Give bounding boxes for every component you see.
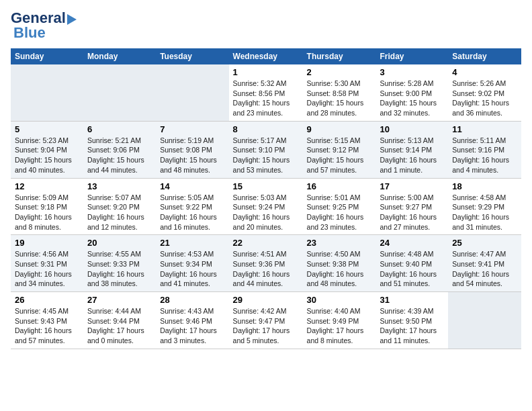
calendar-cell: 19Sunrise: 4:56 AM Sunset: 9:31 PM Dayli… [11, 235, 83, 292]
calendar-cell: 27Sunrise: 4:44 AM Sunset: 9:44 PM Dayli… [83, 292, 156, 349]
day-info: Sunrise: 5:03 AM Sunset: 9:24 PM Dayligh… [233, 193, 299, 232]
day-info: Sunrise: 5:17 AM Sunset: 9:10 PM Dayligh… [233, 136, 299, 175]
calendar-cell: 20Sunrise: 4:55 AM Sunset: 9:33 PM Dayli… [83, 235, 156, 292]
day-info: Sunrise: 4:50 AM Sunset: 9:38 PM Dayligh… [307, 249, 372, 289]
calendar-cell: 6Sunrise: 5:21 AM Sunset: 9:06 PM Daylig… [83, 121, 156, 178]
logo-text: General [11, 11, 66, 26]
day-info: Sunrise: 4:51 AM Sunset: 9:36 PM Dayligh… [233, 249, 299, 289]
week-row-4: 19Sunrise: 4:56 AM Sunset: 9:31 PM Dayli… [11, 235, 521, 292]
day-header-wednesday: Wednesday [229, 48, 303, 64]
day-number: 18 [452, 181, 517, 191]
week-row-1: 1Sunrise: 5:32 AM Sunset: 8:56 PM Daylig… [11, 64, 521, 121]
day-info: Sunrise: 4:43 AM Sunset: 9:46 PM Dayligh… [160, 306, 224, 346]
day-number: 24 [380, 238, 444, 248]
day-number: 27 [87, 295, 152, 305]
day-number: 20 [87, 238, 152, 248]
week-row-3: 12Sunrise: 5:09 AM Sunset: 9:18 PM Dayli… [11, 178, 521, 235]
logo-blue-text: Blue [13, 26, 46, 40]
day-info: Sunrise: 5:23 AM Sunset: 9:04 PM Dayligh… [15, 136, 79, 175]
day-info: Sunrise: 4:42 AM Sunset: 9:47 PM Dayligh… [233, 306, 299, 346]
day-number: 15 [233, 181, 299, 191]
calendar-cell: 7Sunrise: 5:19 AM Sunset: 9:08 PM Daylig… [156, 121, 228, 178]
day-number: 28 [160, 295, 224, 305]
day-header-monday: Monday [83, 48, 156, 64]
day-number: 22 [233, 238, 299, 248]
logo: General Blue [11, 11, 77, 40]
calendar-cell [448, 292, 521, 349]
day-info: Sunrise: 5:09 AM Sunset: 9:18 PM Dayligh… [15, 193, 79, 232]
day-number: 1 [233, 67, 299, 77]
day-info: Sunrise: 4:53 AM Sunset: 9:34 PM Dayligh… [160, 249, 224, 289]
day-header-friday: Friday [375, 48, 448, 64]
day-number: 31 [380, 295, 444, 305]
day-number: 6 [87, 124, 152, 134]
day-info: Sunrise: 5:01 AM Sunset: 9:25 PM Dayligh… [307, 193, 372, 232]
calendar-cell: 23Sunrise: 4:50 AM Sunset: 9:38 PM Dayli… [303, 235, 376, 292]
calendar-cell [11, 64, 83, 121]
calendar-cell: 8Sunrise: 5:17 AM Sunset: 9:10 PM Daylig… [229, 121, 303, 178]
day-info: Sunrise: 4:47 AM Sunset: 9:41 PM Dayligh… [452, 249, 517, 289]
calendar-cell: 28Sunrise: 4:43 AM Sunset: 9:46 PM Dayli… [156, 292, 228, 349]
calendar-cell: 18Sunrise: 4:58 AM Sunset: 9:29 PM Dayli… [448, 178, 521, 235]
day-number: 5 [15, 124, 79, 134]
calendar-cell: 12Sunrise: 5:09 AM Sunset: 9:18 PM Dayli… [11, 178, 83, 235]
day-number: 25 [452, 238, 517, 248]
day-info: Sunrise: 5:05 AM Sunset: 9:22 PM Dayligh… [160, 193, 224, 232]
day-info: Sunrise: 4:40 AM Sunset: 9:49 PM Dayligh… [307, 306, 372, 346]
calendar-cell: 1Sunrise: 5:32 AM Sunset: 8:56 PM Daylig… [229, 64, 303, 121]
day-info: Sunrise: 4:45 AM Sunset: 9:43 PM Dayligh… [15, 306, 79, 346]
calendar-cell: 5Sunrise: 5:23 AM Sunset: 9:04 PM Daylig… [11, 121, 83, 178]
day-number: 30 [307, 295, 372, 305]
calendar-cell: 25Sunrise: 4:47 AM Sunset: 9:41 PM Dayli… [448, 235, 521, 292]
day-info: Sunrise: 5:11 AM Sunset: 9:16 PM Dayligh… [452, 136, 517, 175]
day-number: 26 [15, 295, 79, 305]
day-number: 4 [452, 67, 517, 77]
logo-arrow-icon [67, 14, 77, 25]
day-info: Sunrise: 5:32 AM Sunset: 8:56 PM Dayligh… [233, 79, 299, 118]
calendar-cell: 4Sunrise: 5:26 AM Sunset: 9:02 PM Daylig… [448, 64, 521, 121]
day-info: Sunrise: 5:26 AM Sunset: 9:02 PM Dayligh… [452, 79, 517, 118]
calendar-cell: 9Sunrise: 5:15 AM Sunset: 9:12 PM Daylig… [303, 121, 376, 178]
day-info: Sunrise: 5:28 AM Sunset: 9:00 PM Dayligh… [380, 79, 444, 118]
day-header-thursday: Thursday [303, 48, 376, 64]
day-info: Sunrise: 4:58 AM Sunset: 9:29 PM Dayligh… [452, 193, 517, 232]
day-header-saturday: Saturday [448, 48, 521, 64]
day-header-sunday: Sunday [11, 48, 83, 64]
calendar-cell: 24Sunrise: 4:48 AM Sunset: 9:40 PM Dayli… [375, 235, 448, 292]
day-number: 29 [233, 295, 299, 305]
day-number: 2 [307, 67, 372, 77]
day-info: Sunrise: 4:39 AM Sunset: 9:50 PM Dayligh… [380, 306, 444, 346]
day-info: Sunrise: 4:55 AM Sunset: 9:33 PM Dayligh… [87, 249, 152, 289]
day-number: 16 [307, 181, 372, 191]
page-header: General Blue [11, 11, 521, 40]
day-number: 3 [380, 67, 444, 77]
day-number: 11 [452, 124, 517, 134]
day-number: 7 [160, 124, 224, 134]
calendar-cell: 13Sunrise: 5:07 AM Sunset: 9:20 PM Dayli… [83, 178, 156, 235]
calendar-cell: 30Sunrise: 4:40 AM Sunset: 9:49 PM Dayli… [303, 292, 376, 349]
calendar-cell: 26Sunrise: 4:45 AM Sunset: 9:43 PM Dayli… [11, 292, 83, 349]
day-info: Sunrise: 5:00 AM Sunset: 9:27 PM Dayligh… [380, 193, 444, 232]
calendar-cell: 10Sunrise: 5:13 AM Sunset: 9:14 PM Dayli… [375, 121, 448, 178]
calendar-table: SundayMondayTuesdayWednesdayThursdayFrid… [11, 48, 521, 349]
calendar-cell: 22Sunrise: 4:51 AM Sunset: 9:36 PM Dayli… [229, 235, 303, 292]
days-header-row: SundayMondayTuesdayWednesdayThursdayFrid… [11, 48, 521, 64]
calendar-cell: 17Sunrise: 5:00 AM Sunset: 9:27 PM Dayli… [375, 178, 448, 235]
calendar-cell: 11Sunrise: 5:11 AM Sunset: 9:16 PM Dayli… [448, 121, 521, 178]
calendar-cell: 14Sunrise: 5:05 AM Sunset: 9:22 PM Dayli… [156, 178, 228, 235]
calendar-cell: 31Sunrise: 4:39 AM Sunset: 9:50 PM Dayli… [375, 292, 448, 349]
calendar-cell: 3Sunrise: 5:28 AM Sunset: 9:00 PM Daylig… [375, 64, 448, 121]
calendar-cell [83, 64, 156, 121]
day-number: 10 [380, 124, 444, 134]
day-number: 13 [87, 181, 152, 191]
day-info: Sunrise: 5:07 AM Sunset: 9:20 PM Dayligh… [87, 193, 152, 232]
day-info: Sunrise: 4:56 AM Sunset: 9:31 PM Dayligh… [15, 249, 79, 289]
day-number: 19 [15, 238, 79, 248]
day-number: 8 [233, 124, 299, 134]
day-info: Sunrise: 5:21 AM Sunset: 9:06 PM Dayligh… [87, 136, 152, 175]
calendar-cell: 2Sunrise: 5:30 AM Sunset: 8:58 PM Daylig… [303, 64, 376, 121]
day-number: 9 [307, 124, 372, 134]
day-number: 14 [160, 181, 224, 191]
day-info: Sunrise: 5:13 AM Sunset: 9:14 PM Dayligh… [380, 136, 444, 175]
week-row-5: 26Sunrise: 4:45 AM Sunset: 9:43 PM Dayli… [11, 292, 521, 349]
